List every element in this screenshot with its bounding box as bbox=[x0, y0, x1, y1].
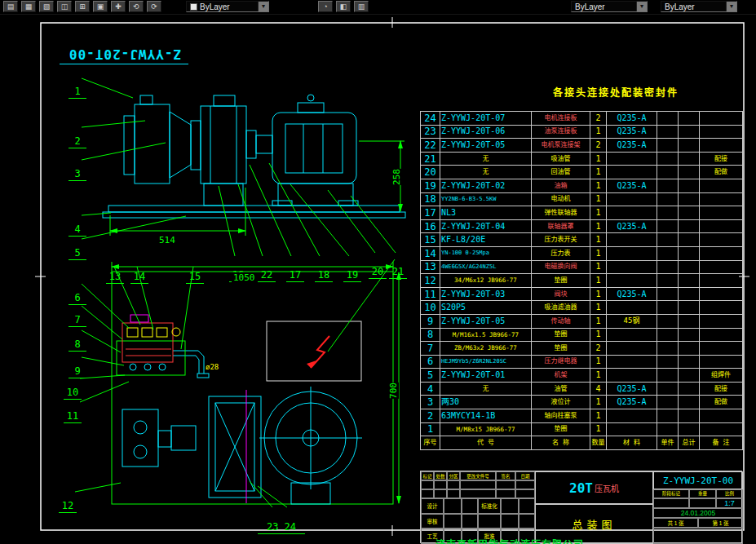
part-remark bbox=[700, 328, 743, 342]
part-weight-total bbox=[679, 152, 700, 166]
part-material bbox=[607, 409, 657, 423]
part-name: 液位计 bbox=[532, 396, 590, 409]
part-name: 电动机 bbox=[532, 192, 590, 206]
part-weight-unit bbox=[657, 125, 679, 139]
item-number: 7 bbox=[421, 342, 440, 356]
rev-header: 更改文件号 bbox=[460, 471, 496, 480]
part-code: Z-YYWJ-20T-05 bbox=[440, 314, 532, 328]
toolbar-button[interactable]: ▣ bbox=[93, 1, 108, 12]
color-bylayer-value: ByLayer bbox=[200, 2, 258, 11]
parts-row: 16Z-YYWJ-20T-04联轴器罩1Q235-A bbox=[421, 219, 743, 233]
part-callout: 1 bbox=[69, 86, 86, 99]
parts-row: 1M/M8x15 JB966-77垫圈1 bbox=[421, 422, 743, 436]
part-qty: 1 bbox=[590, 152, 607, 166]
part-name: 电磁换向阀 bbox=[532, 260, 590, 274]
sign-label: 设计 bbox=[421, 498, 444, 514]
parts-row: 24Z-YYWJ-20T-07电机连接板2Q235-A bbox=[421, 112, 743, 126]
item-number: 9 bbox=[421, 314, 440, 328]
part-weight-unit bbox=[657, 314, 679, 328]
revision-mark bbox=[307, 336, 329, 368]
item-number: 10 bbox=[421, 301, 440, 315]
col-header: 序号 bbox=[421, 436, 440, 450]
color-bylayer-select[interactable]: ByLayer ▾ bbox=[186, 1, 269, 12]
part-weight-total bbox=[679, 125, 700, 139]
part-weight-unit bbox=[657, 382, 679, 396]
part-qty: 1 bbox=[590, 328, 607, 342]
valve-assembly bbox=[117, 315, 185, 375]
part-material bbox=[607, 233, 657, 247]
col-header: 总计 bbox=[679, 436, 700, 450]
part-code: Z-YYWJ-20T-07 bbox=[440, 112, 532, 126]
part-weight-unit bbox=[657, 152, 679, 166]
part-material: Q235-A bbox=[607, 382, 657, 396]
toolbar-button[interactable]: ⟳ bbox=[147, 1, 161, 12]
parts-table: 24Z-YYWJ-20T-07电机连接板2Q235-A23Z-YYWJ-20T-… bbox=[420, 111, 743, 450]
chevron-down-icon[interactable]: ▾ bbox=[726, 2, 736, 11]
part-weight-total bbox=[679, 314, 700, 328]
part-remark bbox=[700, 179, 743, 192]
parts-row: 9Z-YYWJ-20T-05传动轴145钢 bbox=[421, 314, 743, 328]
item-number: 23 bbox=[421, 125, 440, 139]
toolbar-button[interactable]: ⊞ bbox=[75, 1, 90, 12]
toolbar-button[interactable]: ▤ bbox=[3, 1, 18, 12]
part-material: Q235-A bbox=[607, 112, 657, 126]
toolbar-button[interactable]: ◧ bbox=[336, 1, 351, 12]
toolbar-button[interactable]: ◔ bbox=[318, 1, 333, 12]
parts-row: 21无吸油管1配接 bbox=[421, 152, 743, 166]
part-material: Q235-A bbox=[607, 125, 657, 139]
part-weight-total bbox=[679, 192, 700, 206]
part-weight-total bbox=[679, 179, 700, 192]
part-remark bbox=[700, 139, 743, 153]
part-qty: 1 bbox=[590, 179, 607, 192]
part-qty: 2 bbox=[590, 342, 607, 356]
toolbar-button[interactable]: ▥ bbox=[354, 1, 369, 12]
toolbar-button[interactable]: ✚ bbox=[111, 1, 126, 12]
part-name: 传动轴 bbox=[532, 314, 590, 328]
part-qty: 1 bbox=[590, 260, 607, 274]
parts-table-body: 24Z-YYWJ-20T-07电机连接板2Q235-A23Z-YYWJ-20T-… bbox=[421, 112, 743, 436]
dimension-label: 258 bbox=[391, 169, 402, 185]
chevron-down-icon[interactable]: ▾ bbox=[636, 2, 647, 11]
part-code: M/M8x15 JB966-77 bbox=[440, 422, 532, 436]
part-callout: 5 bbox=[69, 247, 86, 260]
part-code: Z-YYWJ-20T-02 bbox=[440, 179, 532, 192]
part-material bbox=[607, 274, 657, 288]
parts-row: 19Z-YYWJ-20T-02油箱1Q235-A bbox=[421, 179, 743, 192]
part-qty: 1 bbox=[590, 166, 607, 179]
toolbar-button[interactable]: ▦ bbox=[21, 1, 36, 12]
parts-row: 263MYCY14-1B轴向柱塞泵1 bbox=[421, 409, 743, 423]
part-name: 油箱 bbox=[532, 179, 590, 192]
part-name: 垫圈 bbox=[532, 422, 590, 436]
stamp-underline bbox=[60, 64, 188, 64]
item-number: 11 bbox=[421, 287, 440, 301]
part-material: Q235-A bbox=[607, 287, 657, 301]
color-swatch bbox=[190, 3, 197, 11]
part-code: S20P5 bbox=[440, 301, 532, 315]
linetype-bylayer-select[interactable]: ByLayer ▾ bbox=[571, 1, 648, 12]
toolbar-button[interactable]: ◫ bbox=[57, 1, 72, 12]
parts-row: 23Z-YYWJ-20T-06油泵连接板1Q235-A bbox=[421, 125, 743, 139]
part-weight-total bbox=[679, 219, 700, 233]
parts-row: 15KF-L8/20E压力表开关1 bbox=[421, 233, 743, 247]
toolbar-button[interactable]: ⟲ bbox=[129, 1, 144, 12]
product-type: 压瓦机 bbox=[595, 482, 619, 494]
part-material: Q235-A bbox=[607, 179, 657, 192]
part-code: 34/M6x12 JB966-77 bbox=[440, 274, 532, 288]
part-code: YN-100 0-25Mpa bbox=[440, 246, 532, 260]
item-number: 21 bbox=[421, 152, 440, 166]
part-weight-total bbox=[679, 246, 700, 260]
rev-header: 日期 bbox=[515, 471, 535, 480]
parts-row: 20无回油管1配做 bbox=[421, 166, 743, 179]
part-weight-unit bbox=[657, 355, 679, 369]
parts-row: 14YN-100 0-25Mpa压力表1 bbox=[421, 246, 743, 260]
part-weight-unit bbox=[657, 260, 679, 274]
item-number: 24 bbox=[421, 112, 440, 126]
lineweight-bylayer-select[interactable]: ByLayer ▾ bbox=[661, 1, 737, 12]
part-remark: 配做 bbox=[700, 396, 743, 409]
part-weight-total bbox=[679, 233, 700, 247]
toolbar-button[interactable]: ▧ bbox=[39, 1, 54, 12]
part-weight-unit bbox=[657, 274, 679, 288]
drawing-canvas[interactable]: Z-YYWJ-20T-00 各接头连接处配装密封件 1 2 3 4 5 6 7 … bbox=[0, 14, 756, 544]
part-material bbox=[607, 342, 657, 356]
chevron-down-icon[interactable]: ▾ bbox=[258, 2, 268, 11]
